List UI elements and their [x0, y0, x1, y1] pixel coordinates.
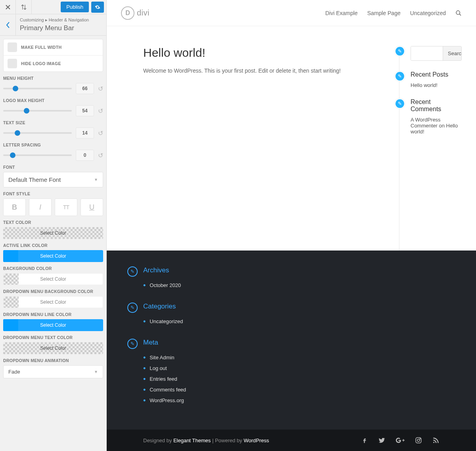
letter-spacing-label: LETTER SPACING	[3, 143, 103, 147]
footer-widget-title: ✎ Meta	[143, 339, 286, 347]
panel-title: Primary Menu Bar	[20, 24, 89, 32]
uppercase-button[interactable]: TT	[55, 199, 77, 216]
text-size-label: TEXT SIZE	[3, 120, 103, 125]
svg-point-4	[433, 442, 434, 443]
dd-bg-color-label: DROPDOWN MENU BACKGROUND COLOR	[3, 289, 103, 294]
footer-link[interactable]: Comments feed	[143, 384, 286, 395]
svg-point-2	[417, 439, 420, 441]
search-input[interactable]	[411, 46, 443, 60]
dd-animation-select[interactable]: Fade ▼	[3, 365, 103, 378]
font-select[interactable]: Default Theme Font ▼	[3, 172, 103, 187]
menu-height-slider[interactable]	[3, 88, 72, 89]
device-switch-button[interactable]	[16, 0, 32, 14]
dd-line-color-label: DROPDOWN MENU LINE COLOR	[3, 312, 103, 317]
edit-widget-button[interactable]: ✎	[395, 46, 405, 56]
dd-line-color-picker[interactable]: Select Color	[3, 319, 103, 331]
menu-height-value[interactable]: 66	[76, 83, 94, 94]
text-size-value[interactable]: 14	[76, 127, 94, 139]
menu-height-label: MENU HEIGHT	[3, 76, 103, 81]
footer-widget-title: ✎ Categories	[143, 303, 286, 310]
font-style-label: FONT STYLE	[3, 191, 103, 196]
active-link-color-picker[interactable]: Select Color	[3, 250, 103, 262]
logo-max-height-reset[interactable]: ↺	[98, 107, 103, 115]
make-full-width-toggle[interactable]	[8, 42, 17, 52]
background-color-label: BACKGROUND COLOR	[3, 266, 103, 271]
footer-link[interactable]: Uncategorized	[143, 316, 286, 327]
letter-spacing-reset[interactable]: ↺	[98, 152, 103, 159]
dd-text-color-picker[interactable]: Select Color	[3, 342, 103, 354]
footer-link[interactable]: Log out	[143, 363, 286, 374]
search-button[interactable]: Search	[443, 46, 462, 60]
widget-link[interactable]: Hello world!	[411, 82, 462, 88]
underline-button[interactable]: U	[81, 199, 103, 216]
nav-item[interactable]: Sample Page	[367, 10, 401, 16]
back-button[interactable]	[0, 14, 16, 35]
edit-widget-button[interactable]: ✎	[127, 339, 138, 349]
text-color-picker[interactable]: Select Color	[3, 227, 103, 239]
breadcrumb: Customizing ▸ Header & Navigation	[20, 17, 89, 23]
active-link-color-label: ACTIVE LINK COLOR	[3, 243, 103, 248]
close-button[interactable]	[0, 0, 16, 14]
bold-button[interactable]: B	[3, 199, 26, 216]
footer-link[interactable]: October 2020	[143, 280, 286, 291]
post-title: Hello world!	[143, 46, 388, 60]
widget-title: Recent Comments	[411, 98, 462, 113]
svg-point-0	[456, 11, 460, 14]
italic-button[interactable]: I	[29, 199, 52, 216]
publish-settings-button[interactable]	[91, 2, 104, 13]
edit-widget-button[interactable]: ✎	[127, 266, 138, 277]
nav-item[interactable]: Uncategorized	[410, 10, 446, 16]
widget-title: Recent Posts	[411, 71, 462, 78]
chevron-down-icon: ▼	[94, 370, 98, 374]
search-icon[interactable]	[455, 10, 462, 16]
googleplus-icon[interactable]	[396, 437, 405, 444]
instagram-icon[interactable]	[415, 437, 422, 444]
logo-max-height-value[interactable]: 54	[76, 105, 94, 116]
edit-widget-button[interactable]: ✎	[395, 71, 405, 81]
logo-text: divi	[137, 8, 150, 17]
edit-widget-button[interactable]: ✎	[127, 303, 138, 313]
publish-button[interactable]: Publish	[61, 2, 89, 12]
letter-spacing-value[interactable]: 0	[76, 150, 94, 161]
footer-credit: Designed by Elegant Themes | Powered by …	[143, 438, 269, 443]
edit-widget-button[interactable]: ✎	[395, 98, 405, 109]
dd-animation-label: DROPDOWN MENU ANIMATION	[3, 358, 103, 363]
logo-icon: D	[121, 6, 134, 20]
footer-link[interactable]: WordPress.org	[143, 395, 286, 406]
post-body: Welcome to WordPress. This is your first…	[143, 67, 388, 75]
hide-logo-label: HIDE LOGO IMAGE	[21, 61, 61, 66]
menu-height-reset[interactable]: ↺	[98, 85, 103, 93]
make-full-width-label: MAKE FULL WIDTH	[21, 45, 61, 50]
logo-max-height-label: LOGO MAX HEIGHT	[3, 98, 103, 103]
text-size-reset[interactable]: ↺	[98, 129, 103, 137]
facebook-icon[interactable]	[361, 437, 368, 444]
footer-link[interactable]: Entries feed	[143, 374, 286, 384]
site-logo[interactable]: D divi	[121, 6, 150, 20]
dd-bg-color-picker[interactable]: Select Color	[3, 296, 103, 308]
text-color-label: TEXT COLOR	[3, 220, 103, 225]
text-size-slider[interactable]	[3, 132, 72, 134]
font-label: FONT	[3, 165, 103, 170]
hide-logo-toggle[interactable]	[8, 59, 17, 68]
background-color-picker[interactable]: Select Color	[3, 273, 103, 285]
search-widget: Search	[411, 46, 462, 61]
dd-text-color-label: DROPDOWN MENU TEXT COLOR	[3, 335, 103, 340]
logo-max-height-slider[interactable]	[3, 110, 72, 112]
nav-item[interactable]: Divi Example	[325, 10, 358, 16]
footer-link[interactable]: Site Admin	[143, 352, 286, 363]
letter-spacing-slider[interactable]	[3, 154, 72, 156]
rss-icon[interactable]	[432, 437, 440, 444]
footer-widget-title: ✎ Archives	[143, 266, 286, 274]
twitter-icon[interactable]	[378, 437, 386, 444]
widget-comment[interactable]: A WordPress Commenter on Hello world!	[411, 117, 462, 135]
chevron-down-icon: ▼	[94, 177, 98, 182]
svg-point-3	[420, 438, 420, 439]
